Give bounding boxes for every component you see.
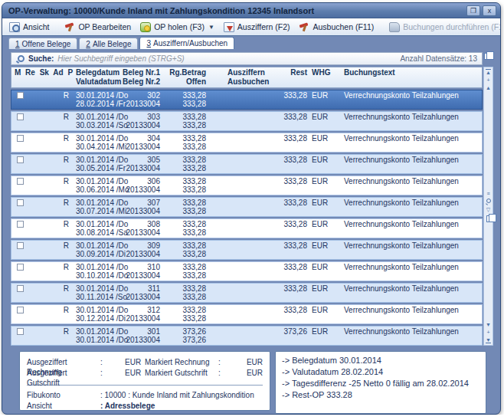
table-row[interactable]: R 30.01.2014 /Do 310 333,28 333,28 EUR V… <box>11 261 483 281</box>
ausbuchen-button[interactable]: Ausbuchen (F11) <box>295 21 378 34</box>
tab-number: 3 <box>146 39 151 48</box>
scroll-top-icon[interactable]: ▲ <box>486 69 491 75</box>
search-label: Suche: <box>28 54 54 63</box>
move-icon[interactable]: + <box>486 77 489 83</box>
markiert-rechnung-label: Markiert Rechnung <box>145 357 218 368</box>
currency-label: EUR <box>125 357 145 368</box>
col-ausbuchen: Ausbuchen <box>206 77 273 87</box>
colon: : <box>218 368 229 379</box>
info-line: -> Belegdatum 30.01.2014 <box>282 355 479 366</box>
table-row[interactable]: R 30.01.2014 /Do 312 333,28 333,28 EUR V… <box>11 304 483 324</box>
fibukonto-label: Fibukonto <box>27 390 100 401</box>
markiert-gutschrift-value <box>229 368 243 379</box>
col-offen: Offen <box>160 77 206 87</box>
col-belegdatum: Belegdatum <box>71 68 117 77</box>
chevron-down-icon[interactable]: ▼ <box>208 24 214 31</box>
ausgeziffert-rechnung-label: Ausgeziffert Rechnung <box>27 357 100 368</box>
op-bearbeiten-label: OP Bearbeiten <box>78 22 131 31</box>
tab-offene-belege[interactable]: 1Offene Belege <box>8 38 77 49</box>
row-checkbox[interactable] <box>17 307 24 313</box>
search-placeholder: Hier Suchbegriff eingeben (STRG+S) <box>57 54 396 63</box>
col-beleg-nr2: Beleg Nr.2 <box>117 77 160 87</box>
row-checkbox[interactable] <box>17 113 24 120</box>
row-checkbox[interactable] <box>17 156 24 163</box>
copy-button[interactable] <box>483 52 493 65</box>
ansicht-row-label: Ansicht <box>27 401 100 412</box>
record-count: Anzahl Datensätze: 13 <box>400 54 477 63</box>
colon: : <box>100 357 111 368</box>
row-checkbox[interactable] <box>17 328 24 335</box>
tab-number: 2 <box>86 40 90 48</box>
row-checkbox[interactable] <box>17 135 24 142</box>
window-title: OP-Verwaltung: 10000/Kunde Inland mit Za… <box>8 6 464 15</box>
ausziffern-button[interactable]: Ausziffern (F2) <box>220 21 294 34</box>
table-row[interactable]: R 30.01.2014 /Do 307 333,28 333,28 EUR V… <box>11 197 483 217</box>
postings-icon <box>389 22 400 32</box>
search-icon <box>16 54 25 63</box>
buchungen-durchfuehren-button: Buchungen durchführen (F10) <box>385 21 501 34</box>
op-holen-label: OP holen (F3) <box>154 22 205 31</box>
col-valutadatum: Valutadatum <box>71 77 117 87</box>
table-row[interactable]: R 30.01.2014 /Do 308 333,28 333,28 EUR V… <box>11 218 483 238</box>
table-row[interactable]: R 30.01.2014 /Do 304 333,28 333,28 EUR V… <box>11 133 483 153</box>
filter-icon[interactable]: ▽ <box>486 207 490 212</box>
tab-label: Alle Belege <box>93 40 132 48</box>
table-row[interactable]: R 30.01.2014 /Do 311 333,28 333,28 EUR V… <box>11 283 483 303</box>
row-checkbox[interactable] <box>17 264 24 271</box>
search-input[interactable]: Suche: Hier Suchbegriff eingeben (STRG+S… <box>11 52 483 65</box>
restore-button[interactable]: ❐ <box>466 5 480 16</box>
tab-label: Ausziffern/Ausbuchen <box>153 39 227 48</box>
currency-label: EUR <box>243 357 263 368</box>
ausgeziffert-gutschrift-label: Ausgeziffert Gutschrift <box>27 368 100 379</box>
fetch-icon <box>140 22 151 32</box>
col-rest: Rest <box>273 68 307 77</box>
op-bearbeiten-button[interactable]: OP Bearbeiten <box>61 21 135 34</box>
row-checkbox[interactable] <box>17 199 24 206</box>
scroll-bottom-icon[interactable]: ▼ <box>486 337 491 343</box>
markiert-gutschrift-label: Markiert Gutschrift <box>145 368 218 379</box>
tab-label: Offene Belege <box>22 40 71 48</box>
row-checkbox[interactable] <box>17 285 24 292</box>
colon: : <box>100 368 111 379</box>
ansicht-button[interactable]: Ansicht <box>5 21 53 34</box>
ansicht-row-value: : Adressbelege <box>100 401 263 412</box>
ausziffern-label: Ausziffern (F2) <box>237 22 290 31</box>
columns-icon[interactable]: ≡ <box>486 191 489 196</box>
tab-ausziffern-ausbuchen[interactable]: 3Ausziffern/Ausbuchen <box>139 37 234 49</box>
close-button[interactable]: x <box>483 5 496 16</box>
table-row[interactable]: R 30.01.2014 /Do 301 373,26 373,26 EUR V… <box>11 326 483 346</box>
ansicht-label: Ansicht <box>23 22 49 31</box>
table-body: R 30.01.2014 /Do 302 333,28 333,28 EUR V… <box>11 90 483 346</box>
row-checkbox[interactable] <box>17 178 24 185</box>
close-icon: x <box>488 7 492 15</box>
zoom-icon[interactable] <box>486 199 492 205</box>
op-holen-button[interactable]: OP holen (F3) ▼ <box>136 21 218 34</box>
col-beleg-nr1: Beleg Nr.1 <box>117 68 160 77</box>
table-row[interactable]: R 30.01.2014 /Do 305 333,28 333,28 EUR V… <box>11 154 483 174</box>
title-bar: OP-Verwaltung: 10000/Kunde Inland mit Za… <box>2 3 500 18</box>
table-row[interactable]: R 30.01.2014 /Do 309 333,28 333,28 EUR V… <box>11 240 483 260</box>
row-checkbox[interactable] <box>17 221 24 228</box>
scroll-down-icon[interactable]: ▼ <box>486 322 491 327</box>
markiert-rechnung-value <box>229 357 243 368</box>
export-icon[interactable] <box>486 215 493 222</box>
currency-label: EUR <box>125 368 145 379</box>
op-verwaltung-window: OP-Verwaltung: 10000/Kunde Inland mit Za… <box>2 2 501 415</box>
tab-alle-belege[interactable]: 2Alle Belege <box>79 38 138 49</box>
table-header[interactable]: M Re Sk Ad P Belegdatum Beleg Nr.1 Rg.Be… <box>11 67 483 88</box>
table-row[interactable]: R 30.01.2014 /Do 302 333,28 333,28 EUR V… <box>11 90 483 110</box>
hammer-icon <box>64 22 75 32</box>
fibukonto-value: : 10000 : Kunde Inland mit Zahlungskondi… <box>100 390 263 401</box>
table-row[interactable]: R 30.01.2014 /Do 303 333,28 333,28 EUR V… <box>11 111 483 131</box>
table-row[interactable]: R 30.01.2014 /Do 306 333,28 333,28 EUR V… <box>11 176 483 195</box>
tab-strip: 1Offene Belege 2Alle Belege 3Ausziffern/… <box>2 36 500 49</box>
info-line: -> Valutadatum 28.02.2014 <box>282 366 479 378</box>
main-content: Suche: Hier Suchbegriff eingeben (STRG+S… <box>2 49 500 414</box>
move-icon[interactable]: + <box>486 330 489 335</box>
ausgeziffert-rechnung-value <box>111 357 125 368</box>
row-checkbox[interactable] <box>17 92 24 99</box>
copy-icon <box>484 53 490 60</box>
row-checkbox[interactable] <box>17 242 24 249</box>
scroll-up-icon[interactable]: ▲ <box>486 85 491 90</box>
divider <box>27 385 263 386</box>
